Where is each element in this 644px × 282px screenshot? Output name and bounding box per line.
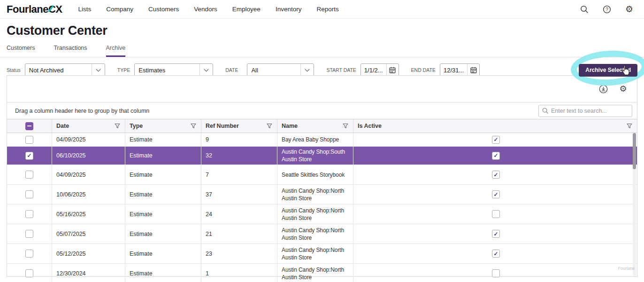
cell-date: 05/12/2025 <box>52 244 125 263</box>
is-active-checkbox[interactable]: ✓ <box>492 230 500 238</box>
nav-item-company[interactable]: Company <box>106 6 133 13</box>
row-select-cell <box>7 264 52 282</box>
help-icon[interactable]: ? <box>602 5 611 14</box>
row-select-checkbox[interactable] <box>25 269 33 277</box>
is-active-checkbox[interactable]: ✓ <box>492 190 500 198</box>
table-row[interactable]: 05/16/2025Estimate24Austin Candy Shop:No… <box>7 204 637 224</box>
filter-icon[interactable] <box>191 123 196 129</box>
table-row[interactable]: 04/09/2025Estimate7Seattle Skittles Stor… <box>7 165 637 185</box>
is-active-checkbox[interactable]: ✓ <box>492 250 500 258</box>
row-select-checkbox[interactable] <box>25 190 33 198</box>
chevron-down-icon[interactable] <box>300 64 314 76</box>
end-date-input[interactable]: 12/31... <box>440 63 480 77</box>
end-date-value: 12/31... <box>440 67 467 74</box>
grid-search-box[interactable] <box>538 105 632 117</box>
table-row[interactable]: 12/30/2024Estimate1Austin Candy Shop:Nor… <box>7 264 637 282</box>
nav-item-customers[interactable]: Customers <box>148 6 179 13</box>
table-row[interactable]: 04/09/2025Estimate9Bay Area Baby Shoppe✓ <box>7 133 637 147</box>
filter-icon[interactable] <box>627 123 632 129</box>
status-filter-value: Not Archived <box>25 67 92 74</box>
start-date-input[interactable]: 1/1/2... <box>360 63 399 77</box>
cell-name: Austin Candy Shop:South Austin Store <box>277 147 353 164</box>
chevron-down-icon[interactable] <box>199 64 213 76</box>
is-active-checkbox[interactable] <box>492 269 500 277</box>
vertical-scrollbar[interactable] <box>633 133 636 276</box>
cell-ref-number: 37 <box>201 185 277 204</box>
cell-is-active: ✓ <box>353 224 637 243</box>
download-icon[interactable] <box>599 85 608 94</box>
tab-archive[interactable]: Archive <box>106 45 126 57</box>
row-select-checkbox[interactable] <box>25 171 33 179</box>
filter-icon[interactable] <box>267 123 272 129</box>
start-date-value: 1/1/2... <box>361 67 386 74</box>
watermark: Fourlane <box>618 266 635 271</box>
select-all-checkbox[interactable] <box>25 122 33 130</box>
brand-accent: CX <box>48 3 62 16</box>
calendar-icon[interactable] <box>386 64 399 76</box>
cell-type: Estimate <box>125 147 201 164</box>
is-active-checkbox[interactable]: ✓ <box>492 136 500 144</box>
row-select-cell <box>7 224 52 243</box>
row-select-checkbox[interactable] <box>25 250 33 258</box>
column-header-name[interactable]: Name <box>277 119 353 133</box>
nav-item-employee[interactable]: Employee <box>232 6 261 13</box>
cell-name: Austin Candy Shop:North Austin Store <box>277 264 353 282</box>
search-icon <box>542 108 548 114</box>
is-active-checkbox[interactable]: ✓ <box>492 171 500 179</box>
is-active-checkbox[interactable] <box>492 210 500 218</box>
cell-name: Austin Candy Shop:North Austin Store <box>277 244 353 263</box>
cell-ref-number: 23 <box>201 244 277 263</box>
table-row[interactable]: 10/06/2025Estimate37Austin Candy Shop:No… <box>7 185 637 204</box>
nav-item-reports[interactable]: Reports <box>316 6 338 13</box>
tab-customers[interactable]: Customers <box>7 45 35 57</box>
cell-ref-number: 7 <box>201 165 277 184</box>
column-header-type[interactable]: Type <box>125 119 201 133</box>
cell-name: Bay Area Baby Shoppe <box>277 133 353 146</box>
status-filter-select[interactable]: Not Archived <box>25 63 105 77</box>
column-label: Ref Number <box>206 123 239 129</box>
cell-date: 05/16/2025 <box>52 204 125 224</box>
end-date-label: END DATE <box>411 67 436 73</box>
row-select-checkbox[interactable] <box>25 136 33 144</box>
row-select-checkbox[interactable] <box>25 230 33 238</box>
table-row[interactable]: 05/07/2025Estimate21Austin Candy Shop:No… <box>7 224 637 244</box>
column-label: Is Active <box>358 123 382 129</box>
column-header-ref-number[interactable]: Ref Number <box>201 119 277 133</box>
group-by-bar[interactable]: Drag a column header here to group by th… <box>7 102 637 119</box>
date-filter-select[interactable]: All <box>247 63 314 77</box>
cell-ref-number: 1 <box>201 264 277 282</box>
brand-logo[interactable]: FourlaneCX <box>7 3 62 16</box>
calendar-icon[interactable] <box>467 64 479 76</box>
table-row[interactable]: 05/12/2025Estimate23Austin Candy Shop:No… <box>7 244 637 264</box>
scrollbar-thumb[interactable] <box>633 133 636 169</box>
search-icon[interactable] <box>580 5 589 14</box>
column-header-date[interactable]: Date <box>52 119 125 133</box>
chevron-down-icon[interactable] <box>92 64 105 76</box>
type-filter-select[interactable]: Estimates <box>134 63 213 77</box>
settings-icon[interactable]: ⚙ <box>625 5 634 14</box>
row-select-checkbox[interactable]: ✓ <box>25 152 33 160</box>
date-filter-label: DATE <box>225 67 238 73</box>
row-select-cell <box>7 204 52 224</box>
table-row[interactable]: ✓06/10/2025Estimate32Austin Candy Shop:S… <box>7 147 637 165</box>
cell-name: Austin Candy Shop:North Austin Store <box>277 224 353 243</box>
is-active-checkbox[interactable]: ✓ <box>492 152 500 160</box>
filter-icon[interactable] <box>343 123 348 129</box>
cell-type: Estimate <box>125 264 201 282</box>
archive-selected-button[interactable]: Archive Selected <box>579 64 637 77</box>
type-filter-label: TYPE <box>117 67 130 73</box>
filter-icon[interactable] <box>115 123 120 129</box>
nav-item-lists[interactable]: Lists <box>78 6 91 13</box>
nav-item-inventory[interactable]: Inventory <box>276 6 302 13</box>
row-select-checkbox[interactable] <box>25 210 33 218</box>
column-label: Name <box>282 123 298 129</box>
cell-type: Estimate <box>125 165 201 184</box>
tab-transactions[interactable]: Transactions <box>54 45 87 57</box>
nav-item-vendors[interactable]: Vendors <box>194 6 217 13</box>
row-select-cell <box>7 133 52 146</box>
column-header-is-active[interactable]: Is Active <box>353 119 637 133</box>
grid-settings-icon[interactable]: ⚙ <box>619 85 628 94</box>
grid-search-input[interactable] <box>551 108 629 114</box>
cell-date: 04/09/2025 <box>52 165 125 184</box>
row-select-cell <box>7 185 52 204</box>
